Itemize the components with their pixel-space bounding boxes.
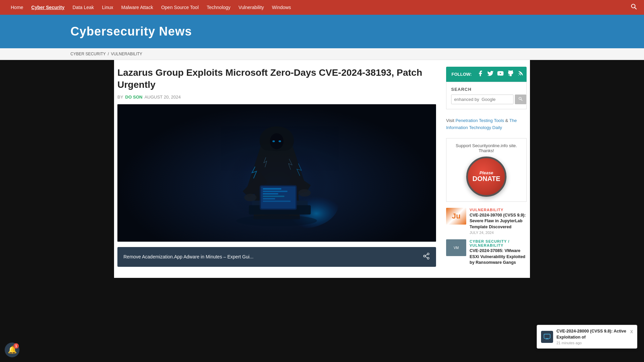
svg-point-21 xyxy=(424,255,426,257)
donate-button[interactable]: Please DONATE xyxy=(466,157,506,197)
jupyter-thumb: Ju xyxy=(446,208,466,225)
svg-rect-14 xyxy=(263,191,287,192)
site-header: Cybersecurity News xyxy=(0,15,644,48)
svg-rect-13 xyxy=(263,188,281,190)
breadcrumb-separator: / xyxy=(108,52,109,56)
svg-point-4 xyxy=(270,133,284,149)
promo-text: Remove Academization.App Adware in Minut… xyxy=(123,254,419,259)
nav-cyber-security[interactable]: Cyber Security xyxy=(27,0,68,15)
svg-rect-15 xyxy=(263,193,278,195)
svg-point-26 xyxy=(519,75,519,76)
visit-label: Visit xyxy=(446,118,454,123)
nav-linux[interactable]: Linux xyxy=(98,0,117,15)
related-article-2-tag[interactable]: CYBER SECURITY / VULNERABILITY xyxy=(470,239,527,247)
related-article-1-tag[interactable]: VULNERABILITY xyxy=(470,208,527,212)
svg-rect-17 xyxy=(263,198,275,199)
svg-point-6 xyxy=(279,140,281,142)
sidebar: FOLLOW: SEARCH xyxy=(446,67,527,271)
github-icon[interactable] xyxy=(507,70,514,78)
follow-label: FOLLOW: xyxy=(451,72,472,77)
please-text: Please xyxy=(479,171,493,175)
nav-data-leak[interactable]: Data Leak xyxy=(68,0,98,15)
svg-line-23 xyxy=(425,254,427,256)
search-button[interactable] xyxy=(515,95,526,104)
related-article-2-image[interactable]: VM xyxy=(446,239,466,256)
promo-bar: Remove Academization.App Adware in Minut… xyxy=(117,247,436,267)
nav-home[interactable]: Home xyxy=(7,0,27,15)
search-section: SEARCH xyxy=(446,82,527,109)
related-article-2-info: CYBER SECURITY / VULNERABILITY CVE-2024-… xyxy=(470,239,527,266)
svg-point-5 xyxy=(272,140,275,142)
search-label: SEARCH xyxy=(451,87,522,92)
related-article-1-date: JULY 24, 2024 xyxy=(470,231,527,235)
facebook-icon[interactable] xyxy=(477,70,484,78)
svg-point-8 xyxy=(299,189,311,197)
svg-point-22 xyxy=(427,257,429,259)
article-hero-image xyxy=(117,104,436,242)
nav-technology[interactable]: Technology xyxy=(203,0,234,15)
svg-line-1 xyxy=(635,7,637,9)
svg-rect-18 xyxy=(263,201,290,202)
share-button[interactable] xyxy=(423,252,430,261)
support-text: Support Securityonline.info site. Thanks… xyxy=(451,143,522,153)
related-article-1: Ju VULNERABILITY CVE-2024-39700 (CVSS 9.… xyxy=(446,208,527,235)
article-meta: BY DO SON AUGUST 20, 2024 xyxy=(117,95,436,100)
site-title[interactable]: Cybersecurity News xyxy=(70,24,192,39)
nav-malware-attack[interactable]: Malware Attack xyxy=(117,0,157,15)
svg-point-19 xyxy=(236,215,317,226)
article-by-label: BY xyxy=(117,95,123,100)
visit-section: Visit Penetration Testing Tools & The In… xyxy=(446,114,527,135)
nav-windows[interactable]: Windows xyxy=(268,0,295,15)
search-row xyxy=(451,95,522,104)
breadcrumb: CYBER SECURITY / VULNERABILITY xyxy=(0,48,644,60)
related-article-2: VM CYBER SECURITY / VULNERABILITY CVE-20… xyxy=(446,239,527,266)
follow-section: FOLLOW: xyxy=(446,67,527,82)
youtube-icon[interactable] xyxy=(497,70,504,78)
breadcrumb-cyber-security[interactable]: CYBER SECURITY xyxy=(70,52,106,56)
related-articles: Ju VULNERABILITY CVE-2024-39700 (CVSS 9.… xyxy=(446,208,527,266)
svg-point-20 xyxy=(427,253,429,255)
top-navigation: Home Cyber Security Data Leak Linux Malw… xyxy=(0,0,644,15)
donate-button-wrap: Please DONATE xyxy=(451,157,522,197)
rss-icon[interactable] xyxy=(517,70,524,78)
svg-point-7 xyxy=(244,194,257,201)
article-date: AUGUST 20, 2024 xyxy=(145,95,181,100)
penetration-testing-link[interactable]: Penetration Testing Tools xyxy=(455,118,504,123)
main-wrapper: Lazarus Group Exploits Microsoft Zero-Da… xyxy=(114,60,530,278)
related-article-1-title[interactable]: CVE-2024-39700 (CVSS 9.9): Severe Flaw i… xyxy=(470,213,527,230)
breadcrumb-vulnerability[interactable]: VULNERABILITY xyxy=(111,52,142,56)
nav-open-source-tool[interactable]: Open Source Tool xyxy=(157,0,203,15)
nav-search-icon[interactable] xyxy=(631,3,637,12)
article-column: Lazarus Group Exploits Microsoft Zero-Da… xyxy=(117,67,446,271)
article-author[interactable]: DO SON xyxy=(125,95,142,100)
svg-line-28 xyxy=(521,99,522,101)
search-input[interactable] xyxy=(451,95,514,104)
related-article-2-title[interactable]: CVE-2024-37085: VMware ESXi Vulnerabilit… xyxy=(470,248,527,266)
related-article-1-image[interactable]: Ju xyxy=(446,208,466,225)
donate-section: Support Securityonline.info site. Thanks… xyxy=(446,138,527,202)
svg-rect-12 xyxy=(261,186,296,208)
svg-rect-16 xyxy=(263,196,284,197)
vmware-thumb: VM xyxy=(446,239,466,256)
related-article-1-info: VULNERABILITY CVE-2024-39700 (CVSS 9.9):… xyxy=(470,208,527,235)
article-title: Lazarus Group Exploits Microsoft Zero-Da… xyxy=(117,67,436,91)
nav-vulnerability[interactable]: Vulnerability xyxy=(234,0,268,15)
svg-line-24 xyxy=(425,256,427,258)
donate-text: DONATE xyxy=(473,175,500,182)
twitter-icon[interactable] xyxy=(487,70,494,78)
